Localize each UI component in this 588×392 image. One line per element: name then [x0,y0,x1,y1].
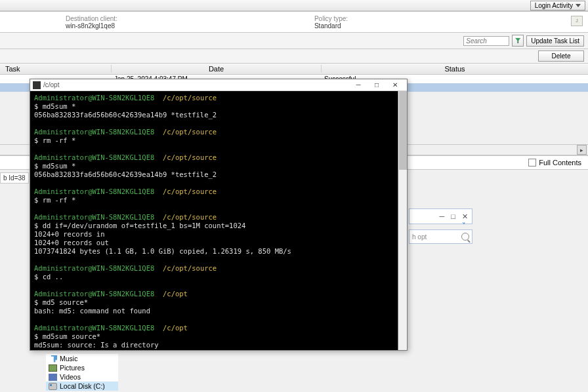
terminal-line [34,205,403,213]
column-header-date[interactable]: Date [112,65,322,73]
terminal-line: 1073741824 bytes (1.1 GB, 1.0 GiB) copie… [34,247,403,256]
terminal-line: Administrator@WIN-S8N2KGL1QE8 /c/opt [34,290,403,298]
column-header-status[interactable]: Status [322,65,588,73]
chevron-down-icon [576,4,581,7]
scroll-right-icon[interactable]: ▸ [577,145,587,155]
delete-button[interactable]: Delete [538,50,584,62]
terminal-line: $ dd if=/dev/urandom of=testfile_1 bs=1M… [34,222,403,230]
tree-item-pictures[interactable]: Pictures [46,363,118,372]
grid-header: Task Date Status [0,64,588,75]
terminal-line: $ md5sum * [34,102,403,111]
tree-item-local-disk-c-[interactable]: Local Disk (C:) [46,382,118,391]
disk-icon [49,383,57,390]
search-input[interactable] [463,36,509,46]
terminal-line [34,256,403,264]
music-icon [49,355,57,363]
terminal-line: md5sum: source_1: Is a directory [34,349,403,350]
terminal-line: Administrator@WIN-S8N2KGL1QE8 /c/opt/sou… [34,94,403,102]
filter-button[interactable] [512,35,524,47]
pic-icon [49,364,57,372]
terminal-scrollbar[interactable] [398,91,407,350]
terminal-line: 1024+0 records out [34,239,403,247]
tree-item-label: Music [60,355,77,363]
terminal-line: $ md5 source* [34,298,403,307]
terminal-title: /c/opt [43,81,59,88]
top-toolbar: Login Activity [0,0,588,11]
terminal-line: Administrator@WIN-S8N2KGL1QE8 /c/opt [34,324,403,332]
login-activity-label: Login Activity [535,2,573,9]
full-contents-checkbox[interactable] [528,159,536,167]
search-row: Update Task List [0,33,588,49]
explorer-search[interactable]: h opt [409,229,472,244]
search-icon [461,233,469,241]
terminal-line: Administrator@WIN-S8N2KGL1QE8 /c/opt/sou… [34,187,403,196]
terminal-line [34,179,403,187]
login-activity-button[interactable]: Login Activity [530,1,585,10]
terminal-line: $ rm -rf * [34,196,403,205]
tree-item-label: Local Disk (C:) [60,382,105,390]
folder-tree: MusicPicturesVideosLocal Disk (C:) [46,354,118,391]
policy-type-label: Policy type: [314,15,348,22]
minimize-button[interactable]: ─ [349,80,368,90]
destination-client-label: Destination client: [66,15,117,22]
terminal-line [34,145,403,153]
column-header-task[interactable]: Task [0,65,112,73]
terminal-line [34,315,403,324]
explorer-maximize-button[interactable]: □ [451,212,455,220]
policy-type-value: Standard [314,22,348,29]
info-bar: Destination client: win-s8n2kgl1qe8 Poli… [0,11,588,33]
terminal-line: $ md5sum * [34,162,403,170]
terminal-line: $ rm -rf * [34,136,403,145]
tree-item-label: Pictures [60,364,85,372]
update-task-list-button[interactable]: Update Task List [526,35,584,47]
tree-item-label: Videos [60,373,81,381]
terminal-line: bash: md5: command not found [34,307,403,315]
terminal-line: Administrator@WIN-S8N2KGL1QE8 /c/opt/sou… [34,213,403,222]
close-button[interactable]: ✕ [386,80,404,90]
terminal-line: 056ba832833fa6d56b60c42639ea14b9 *testfi… [34,111,403,119]
terminal-line: $ cd .. [34,273,403,281]
explorer-close-button[interactable]: ✕ [462,212,468,221]
tree-item-videos[interactable]: Videos [46,372,118,382]
full-contents-label: Full Contents [539,159,581,167]
explorer-search-placeholder: h opt [412,233,427,241]
terminal-body[interactable]: Administrator@WIN-S8N2KGL1QE8 /c/opt/sou… [30,91,407,350]
terminal-line [34,281,403,290]
destination-client-value: win-s8n2kgl1qe8 [66,22,117,29]
terminal-line [34,119,403,128]
job-id-text: b Id=38 [0,172,29,184]
terminal-line: Administrator@WIN-S8N2KGL1QE8 /c/opt/sou… [34,264,403,273]
terminal-line: 1024+0 records in [34,230,403,239]
explorer-minimize-button[interactable]: ─ [440,212,445,220]
terminal-icon [33,81,41,89]
funnel-icon [515,38,520,43]
terminal-line: md5sum: source: Is a directory [34,341,403,349]
terminal-line: $ md5sum source* [34,332,403,341]
vid-icon [49,374,57,381]
terminal-window: /c/opt ─ □ ✕ Administrator@WIN-S8N2KGL1Q… [30,79,408,351]
json-badge-icon[interactable]: J [571,16,583,26]
maximize-button[interactable]: □ [368,80,386,90]
terminal-titlebar[interactable]: /c/opt ─ □ ✕ [30,79,407,91]
scrollbar-thumb[interactable] [399,91,407,170]
tree-item-music[interactable]: Music [46,354,118,363]
terminal-line: Administrator@WIN-S8N2KGL1QE8 /c/opt/sou… [34,128,403,136]
terminal-line: 056ba832833fa6d56b60c42639ea14b9 *testfi… [34,170,403,179]
terminal-line: Administrator@WIN-S8N2KGL1QE8 /c/opt/sou… [34,153,403,162]
